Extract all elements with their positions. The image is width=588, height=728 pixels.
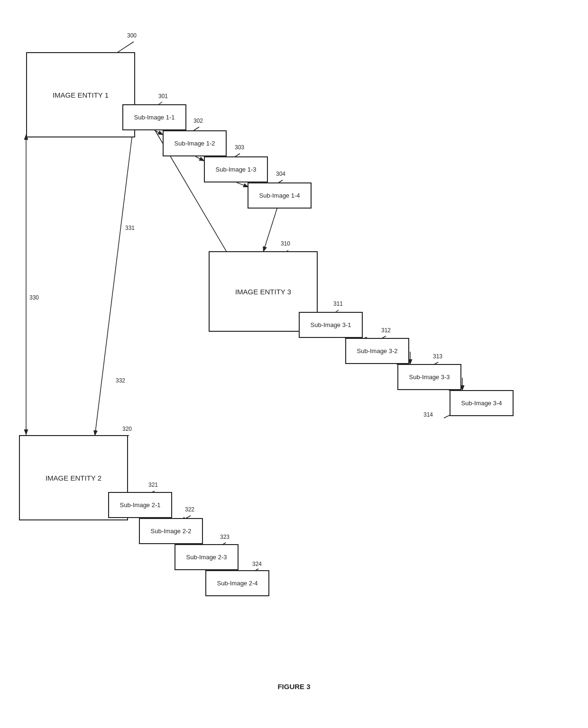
sub11-label: Sub-Image 1-1: [134, 114, 175, 121]
ref-323: 323: [220, 534, 230, 540]
sub-image-1-1-box: Sub-Image 1-1: [122, 104, 186, 130]
ref-313: 313: [433, 353, 442, 360]
ref-301: 301: [158, 93, 168, 100]
ref-324: 324: [252, 561, 262, 567]
sub-image-3-1-box: Sub-Image 3-1: [299, 312, 363, 338]
sub14-label: Sub-Image 1-4: [259, 192, 300, 199]
ref-331: 331: [125, 225, 135, 231]
sub-image-3-4-box: Sub-Image 3-4: [450, 390, 514, 416]
sub-image-2-4-box: Sub-Image 2-4: [205, 570, 269, 596]
ref-321: 321: [148, 482, 158, 488]
diagram-container: IMAGE ENTITY 1 IMAGE ENTITY 2 IMAGE ENTI…: [0, 0, 588, 728]
ref-332: 332: [116, 377, 125, 384]
ref-311: 311: [333, 300, 343, 307]
entity1-label: IMAGE ENTITY 1: [53, 91, 109, 99]
sub-image-1-2-box: Sub-Image 1-2: [163, 130, 227, 156]
ref-304: 304: [276, 171, 285, 177]
svg-line-13: [95, 130, 133, 436]
sub23-label: Sub-Image 2-3: [186, 554, 227, 561]
sub-image-2-3-box: Sub-Image 2-3: [175, 544, 239, 570]
ref-312: 312: [381, 327, 391, 334]
sub13-label: Sub-Image 1-3: [216, 166, 257, 173]
ref-320: 320: [122, 426, 132, 432]
sub24-label: Sub-Image 2-4: [217, 580, 258, 587]
sub34-label: Sub-Image 3-4: [461, 400, 502, 407]
sub12-label: Sub-Image 1-2: [175, 140, 215, 147]
sub-image-3-3-box: Sub-Image 3-3: [397, 364, 461, 390]
entity3-label: IMAGE ENTITY 3: [235, 288, 291, 296]
sub22-label: Sub-Image 2-2: [151, 528, 192, 535]
ref-330: 330: [29, 294, 39, 301]
sub-image-1-4-box: Sub-Image 1-4: [248, 182, 312, 209]
ref-300: 300: [127, 32, 137, 39]
ref-322: 322: [185, 506, 194, 513]
ref-310: 310: [281, 240, 290, 247]
entity1-box: IMAGE ENTITY 1: [26, 52, 135, 137]
sub-image-2-2-box: Sub-Image 2-2: [139, 518, 203, 544]
svg-line-8: [195, 156, 205, 161]
sub32-label: Sub-Image 3-2: [357, 347, 398, 355]
sub-image-1-3-box: Sub-Image 1-3: [204, 156, 268, 182]
ref-314: 314: [423, 411, 433, 418]
ref-302: 302: [193, 118, 203, 124]
entity2-label: IMAGE ENTITY 2: [46, 474, 101, 482]
figure-caption: FIGURE 3: [247, 682, 341, 691]
sub31-label: Sub-Image 3-1: [311, 321, 351, 328]
ref-303: 303: [235, 144, 244, 151]
sub-image-3-2-box: Sub-Image 3-2: [345, 338, 409, 364]
sub21-label: Sub-Image 2-1: [120, 501, 161, 509]
sub33-label: Sub-Image 3-3: [409, 373, 450, 381]
sub-image-2-1-box: Sub-Image 2-1: [108, 492, 172, 518]
